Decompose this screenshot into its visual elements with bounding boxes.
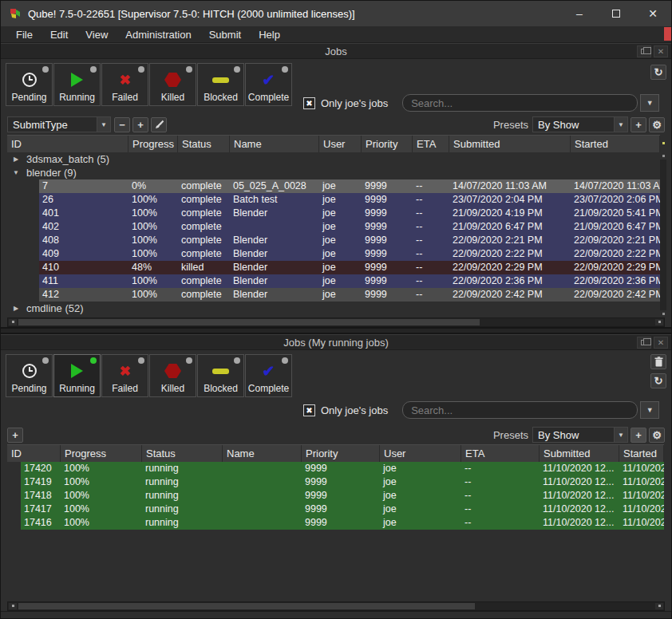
menu-file[interactable]: File: [7, 29, 42, 41]
table-corner-button[interactable]: [660, 140, 666, 147]
job-row-412[interactable]: 412100%completeBlenderjoe9999--22/09/202…: [7, 288, 660, 302]
job-row-17420[interactable]: 17420100%running9999joe--11/10/2020 12..…: [7, 462, 664, 475]
job-row-401[interactable]: 401100%completeBlenderjoe9999--21/09/202…: [7, 207, 660, 220]
column-header-name[interactable]: Name: [223, 445, 302, 462]
job-group-row[interactable]: ▼blender (9): [7, 166, 660, 179]
scroll-right-button[interactable]: [655, 603, 663, 609]
only-joes-jobs-checkbox[interactable]: ✖: [303, 404, 315, 416]
refresh-button[interactable]: ↻: [650, 373, 666, 388]
horizontal-scrollbar[interactable]: [7, 601, 665, 611]
tree-expand-icon[interactable]: ▶: [11, 152, 21, 166]
column-header-name[interactable]: Name: [230, 136, 319, 152]
column-header-started[interactable]: Started: [619, 445, 664, 462]
column-header-user[interactable]: User: [380, 445, 461, 462]
close-panel-button[interactable]: ✕: [654, 45, 668, 57]
filter-killed-button[interactable]: Killed: [149, 354, 196, 397]
search-input[interactable]: [402, 401, 638, 419]
menu-administration[interactable]: Administration: [117, 29, 200, 41]
filter-pending-button[interactable]: Pending: [6, 63, 53, 106]
presets-combo[interactable]: By Show ▼: [532, 116, 628, 132]
job-row-17419[interactable]: 17419100%running9999joe--11/10/2020 12..…: [7, 475, 664, 489]
add-filter-button[interactable]: +: [132, 117, 148, 132]
preset-settings-button[interactable]: ⚙: [649, 117, 665, 132]
job-row-402[interactable]: 402100%completejoe9999--21/09/2020 6:47 …: [7, 220, 660, 234]
maximize-button[interactable]: [598, 1, 634, 26]
scrollbar-thumb[interactable]: [18, 319, 480, 325]
menu-submit[interactable]: Submit: [200, 29, 250, 41]
column-header-priority[interactable]: Priority: [362, 136, 413, 152]
float-panel-button[interactable]: [637, 45, 651, 57]
column-header-id[interactable]: ID: [7, 445, 61, 462]
menu-help[interactable]: Help: [250, 29, 289, 41]
column-header-eta[interactable]: ETA: [461, 445, 540, 462]
add-preset-button[interactable]: +: [630, 117, 646, 132]
job-row-26[interactable]: 26100%completeBatch testjoe9999--23/07/2…: [7, 193, 660, 207]
column-header-submitted[interactable]: Submitted: [449, 136, 571, 152]
add-filter-button[interactable]: +: [7, 428, 23, 443]
presets-combo[interactable]: By Show ▼: [532, 427, 628, 443]
float-panel-button[interactable]: [637, 337, 651, 349]
menu-view[interactable]: View: [77, 29, 117, 41]
vertical-scrollbar[interactable]: [660, 152, 666, 317]
job-row-411[interactable]: 411100%completeBlenderjoe9999--22/09/202…: [7, 274, 660, 288]
column-header-progress[interactable]: Progress: [61, 445, 142, 462]
column-header-submitted[interactable]: Submitted: [540, 445, 619, 462]
menu-edit[interactable]: Edit: [42, 29, 77, 41]
search-input[interactable]: [402, 94, 638, 112]
panel-splitter[interactable]: [1, 327, 671, 334]
title-bar[interactable]: Qube! 7.5-0-22651 [Supervisor 7.5-0: HIT…: [1, 1, 671, 26]
filter-complete-button[interactable]: ✔Complete: [245, 63, 292, 106]
window-bottom-edge: [1, 611, 671, 619]
minimize-button[interactable]: –: [561, 1, 598, 26]
only-joes-jobs-checkbox[interactable]: ✖: [303, 97, 315, 109]
trash-button[interactable]: [650, 354, 666, 369]
scroll-right-button[interactable]: [655, 319, 663, 325]
scroll-left-button[interactable]: [9, 319, 17, 325]
scrollbar-thumb[interactable]: [18, 603, 475, 609]
column-header-started[interactable]: Started: [571, 136, 660, 152]
scroll-left-button[interactable]: [9, 603, 17, 609]
column-header-priority[interactable]: Priority: [302, 445, 380, 462]
submittype-combo[interactable]: SubmitType ▼: [7, 116, 111, 132]
job-group-row[interactable]: ▶cmdline (52): [7, 302, 660, 315]
filter-blocked-button[interactable]: Blocked: [197, 354, 244, 397]
close-panel-button[interactable]: ✕: [654, 337, 668, 349]
job-row-17417[interactable]: 17417100%running9999joe--11/10/2020 12..…: [7, 503, 664, 516]
filter-pending-button[interactable]: Pending: [6, 354, 53, 397]
filter-blocked-button[interactable]: Blocked: [197, 63, 244, 106]
close-button[interactable]: ✕: [634, 1, 671, 26]
scroll-down-button[interactable]: [660, 310, 666, 317]
job-row-409[interactable]: 409100%completeBlenderjoe9999--22/09/202…: [7, 247, 660, 261]
filter-running-button[interactable]: Running: [53, 63, 101, 106]
filter-running-button[interactable]: Running: [53, 354, 101, 397]
filter-complete-button[interactable]: ✔Complete: [245, 354, 292, 397]
job-row-7[interactable]: 70%complete05_025_A_0028joe9999--14/07/2…: [7, 179, 660, 193]
search-dropdown-button[interactable]: ▼: [640, 401, 659, 419]
column-header-id[interactable]: ID: [7, 136, 128, 152]
column-header-status[interactable]: Status: [142, 445, 223, 462]
job-row-17416[interactable]: 17416100%running9999joe--11/10/2020 12..…: [7, 516, 664, 530]
tree-expand-icon[interactable]: ▶: [11, 302, 21, 315]
job-group-row[interactable]: ▶3dsmax_batch (5): [7, 152, 660, 166]
add-preset-button[interactable]: +: [630, 428, 646, 443]
column-header-user[interactable]: User: [319, 136, 362, 152]
job-row-17418[interactable]: 17418100%running9999joe--11/10/2020 12..…: [7, 489, 664, 503]
column-header-eta[interactable]: ETA: [413, 136, 449, 152]
filter-failed-button[interactable]: ✖Failed: [101, 63, 148, 106]
running-panel-header[interactable]: Jobs (My running jobs) ✕: [1, 334, 671, 350]
tree-collapse-icon[interactable]: ▼: [11, 166, 21, 179]
remove-filter-button[interactable]: −: [114, 117, 130, 132]
job-row-410[interactable]: 41048%killedBlenderjoe9999--22/09/2020 2…: [7, 261, 660, 274]
filter-failed-button[interactable]: ✖Failed: [101, 354, 148, 397]
horizontal-scrollbar[interactable]: [7, 317, 665, 327]
scroll-up-button[interactable]: [660, 152, 666, 160]
jobs-panel-header[interactable]: Jobs ✕: [1, 43, 671, 59]
job-row-408[interactable]: 408100%completeBlenderjoe9999--22/09/202…: [7, 234, 660, 247]
search-dropdown-button[interactable]: ▼: [640, 94, 659, 112]
filter-killed-button[interactable]: Killed: [149, 63, 196, 106]
refresh-button[interactable]: ↻: [650, 65, 666, 80]
clear-filter-button[interactable]: [151, 117, 167, 132]
column-header-progress[interactable]: Progress: [128, 136, 178, 152]
column-header-status[interactable]: Status: [178, 136, 230, 152]
preset-settings-button[interactable]: ⚙: [649, 428, 665, 443]
